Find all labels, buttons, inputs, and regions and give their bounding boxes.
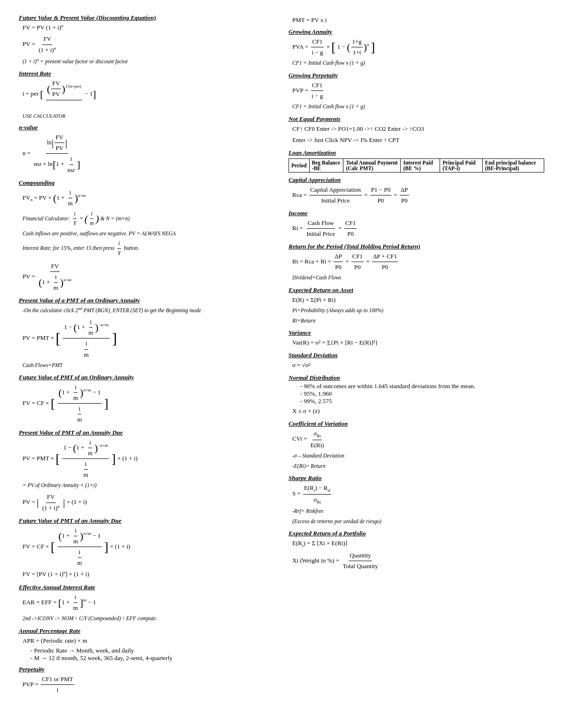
growing-perpetuity-note: CF1 = Initial Cash flow x (1 + g)	[292, 102, 544, 112]
loan-col-beg: Beg Balance -BE	[309, 158, 343, 172]
not-equal-line1: CF↑ CF0 Enter -> FO1=1.00 ->↑ CO2 Enter …	[292, 124, 544, 134]
fv-pmt-ordinary-title: Future Value of PMT of an Ordinary Annui…	[19, 374, 274, 381]
pv-note: (1 + i)n = present value factor or disco…	[23, 56, 274, 66]
apr-bullet-1: Periodic Rate → Month, week, and daily	[30, 647, 274, 654]
section-cov: Coefficient of Variation CVi = σRiE(Ri) …	[289, 420, 544, 471]
normal-dist-95: 95%, 1.960	[300, 390, 544, 398]
perpetuity-formula: PVP = CF1 or PMTi	[23, 674, 274, 695]
sharpe-formula: S = E(Ri) − RrfσRi	[292, 483, 544, 506]
return-period-formula: Rt = Rca + Ri = ΔPP0 + CF1P0 = ΔP + CF1P…	[292, 251, 544, 272]
normal-dist-formula: X ± σ × (z)	[292, 406, 544, 416]
cov-note1: -σ – Standard Deviation	[292, 451, 544, 461]
section-apr: Annual Percentage Rate APR = (Periodic r…	[19, 627, 274, 662]
loan-col-total: Total Annual Payment (Calc PMT)	[343, 158, 401, 172]
sharpe-note1: -Rrf= Riskfree	[292, 507, 544, 516]
variance-formula: Var(R) = σ² = Σ{Pi × [Ri − E(R)]²}	[292, 338, 544, 348]
normal-dist-99: 99%, 2.575	[300, 398, 544, 405]
right-column: PMT = PV x i Growing Annuity PVA = CF1i …	[289, 14, 544, 575]
apr-bullets: Periodic Rate → Month, week, and daily M…	[30, 647, 274, 662]
section-interest-rate: Interest Rate i = per [ (FVPV)1/(n×per) …	[19, 70, 274, 120]
normal-dist-title: Normal Distribution	[289, 374, 544, 382]
variance-title: Variance	[289, 329, 544, 337]
section-not-equal-payments: Not Equal Payments CF↑ CF0 Enter -> FO1=…	[289, 115, 544, 145]
income-formula: Ri = Cash FlowInitial Price = CF1P0	[292, 218, 544, 239]
ear-formula: EAR = EFF = [1 + im]m − 1	[23, 592, 274, 613]
section-return-period: Return for the Period (Total Holding Per…	[289, 243, 544, 283]
cov-formula: CVi = σRiE(Ri)	[292, 428, 544, 450]
fv-formula: FV = PV (1 + i)n	[23, 23, 274, 33]
apr-title: Annual Percentage Rate	[19, 627, 274, 635]
cov-title: Coefficient of Variation	[289, 420, 544, 428]
growing-annuity-formula: PVA = CF1i − g × [ 1 − (1+g1+i)n ]	[292, 37, 544, 58]
fv-pmt-annuity-due-formula2: FV = [PV (1 + i)n] × (1 + i)	[23, 569, 274, 579]
compounding-formula: FVn = PV × (1 + im)n×m	[23, 188, 274, 209]
pv-pmt-ordinary-title: Present Value of a PMT of an Ordinary An…	[19, 297, 274, 304]
section-std-dev: Standard Deviation σ = √σ²	[289, 352, 544, 370]
capital-appreciation-title: Capital Appreciation	[289, 176, 544, 184]
fv-pmt-annuity-due-formula1: FV = CF × [ (1 + im)n×m − 1 im ] × (1 + …	[23, 525, 274, 568]
n-value-title: n-value	[19, 124, 274, 131]
left-column: Future Value & Present Value (Discountin…	[19, 14, 274, 699]
interest-rate-note2: Interest Rate; for 15%, enter 15 then pr…	[23, 239, 274, 258]
pv-pmt-annuity-due-formula1: PV = PMT × [ 1 − (1 + im)−n×m im ] × (1 …	[23, 437, 274, 480]
expected-return-title: Expected Return on Asset	[289, 286, 544, 294]
loan-col-interest: Interest Paid (BE %)	[401, 158, 440, 172]
normal-dist-bullets: 90% of outcomes are within 1.645 standar…	[300, 383, 544, 405]
section-perpetuity: Perpetuity PVP = CF1 or PMTi	[19, 666, 274, 695]
section-fv-pmt-ordinary: Future Value of PMT of an Ordinary Annui…	[19, 374, 274, 425]
cov-note2: -E(Ri)= Return	[292, 462, 544, 471]
ri-note: Ri=Return	[292, 316, 544, 326]
section-fv-pv: Future Value & Present Value (Discountin…	[19, 14, 274, 66]
expected-return-formula: E(R) = Σ(Pi × Ri)	[292, 295, 544, 305]
portfolio-return-formula2: Xi (Weight in %) = QuantityTotal Quantit…	[292, 550, 544, 571]
section-compounding: Compounding FVn = PV × (1 + im)n×m Finan…	[19, 179, 274, 293]
pv-pmt-formula: PV = PMT × [ 1 − (1 + im)−n×m im ]	[23, 317, 274, 360]
interest-rate-note: USE CALCULATOR	[23, 112, 274, 120]
pv-pmt-annuity-due-formula2: PV = | FV(1 + i)n | × (1 + i)	[23, 492, 274, 513]
section-expected-return: Expected Return on Asset E(R) = Σ(Pi × R…	[289, 286, 544, 325]
loan-col-end: End principal balance (BE-Principal)	[482, 158, 544, 172]
interest-rate-title: Interest Rate	[19, 70, 274, 77]
pv-formula: PV = FV(1 + i)n	[23, 34, 274, 55]
section-n-value: n-value n = ln|FVPV| nsr × ln[1 + insr]	[19, 124, 274, 175]
section-capital-appreciation: Capital Appreciation Rca = Capital Appre…	[289, 176, 544, 206]
apr-formula: APR = (Periodic rate) × m	[23, 636, 274, 646]
not-equal-payments-title: Not Equal Payments	[289, 115, 544, 123]
section-ear: Effective Annual Interest Rate EAR = EFF…	[19, 584, 274, 623]
ear-title: Effective Annual Interest Rate	[19, 584, 274, 591]
capital-appreciation-formula: Rca = Capital AppreciationInitial Price …	[292, 185, 544, 206]
apr-bullet-2: M → 12 if month, 52 week, 365 day, 2-sem…	[30, 654, 274, 662]
loan-amortization-title: Loan Amortization	[289, 149, 544, 157]
portfolio-return-title: Expected Return of a Portfolio	[289, 530, 544, 537]
fv-pmt-formula: FV = CF × [ (1 + im)n×m − 1 im ]	[23, 382, 274, 425]
normal-dist-90: 90% of outcomes are within 1.645 standar…	[300, 383, 544, 390]
pv-pmt-note: -On the calculator click 2nd PMT (BGN), …	[23, 305, 274, 315]
section-fv-pmt-annuity-due: Future Value of PMT of an Annuity Due FV…	[19, 517, 274, 580]
perpetuity-title: Perpetuity	[19, 666, 274, 673]
return-period-title: Return for the Period (Total Holding Per…	[289, 243, 544, 250]
cash-flow-note: Cash inflows are positive, outflows are …	[23, 229, 274, 239]
cash-flows-pmt: Cash Flows=PMT	[23, 361, 274, 370]
n-value-formula: n = ln|FVPV| nsr × ln[1 + insr]	[23, 132, 274, 175]
section-pv-pmt-annuity-due: Present Value of PMT of an Annuity Due P…	[19, 429, 274, 513]
financial-calc-note: Financial Calculator: iY = (im) & N = (m…	[23, 210, 274, 228]
sharpe-title: Sharpe Ratio	[289, 474, 544, 482]
section-normal-dist: Normal Distribution 90% of outcomes are …	[289, 374, 544, 416]
growing-perpetuity-formula: PVP = CF1i − g	[292, 80, 544, 101]
section-variance: Variance Var(R) = σ² = Σ{Pi × [Ri − E(R)…	[289, 329, 544, 348]
section-income: Income Ri = Cash FlowInitial Price = CF1…	[289, 210, 544, 239]
loan-table: Period Beg Balance -BE Total Annual Paym…	[289, 158, 544, 173]
interest-rate-formula: i = per [ (FVPV)1/(n×per) − 1]	[23, 78, 274, 110]
dividend-note: Dividend=Cash Flows	[292, 273, 544, 283]
section-pv-pmt-ordinary: Present Value of a PMT of an Ordinary An…	[19, 297, 274, 370]
income-title: Income	[289, 210, 544, 217]
pi-note: Pi=Probability (Always adds up to 100%)	[292, 306, 544, 315]
loan-col-principal: Principal Paid (TAP-i)	[440, 158, 483, 172]
portfolio-return-formula1: E(Ri) = Σ [Xi × E(Ri)]	[292, 538, 544, 549]
section-sharpe: Sharpe Ratio S = E(Ri) − RrfσRi -Rrf= Ri…	[289, 474, 544, 526]
growing-perpetuity-title: Growing Perpetuity	[289, 72, 544, 79]
pmt-formula: PMT = PV x i	[292, 15, 544, 25]
section-growing-annuity: Growing Annuity PVA = CF1i − g × [ 1 − (…	[289, 28, 544, 68]
section-loan-amortization: Loan Amortization Period Beg Balance -BE…	[289, 149, 544, 173]
sharpe-note2: (Exceso de retorno por unidad de riesgo)	[292, 517, 544, 526]
